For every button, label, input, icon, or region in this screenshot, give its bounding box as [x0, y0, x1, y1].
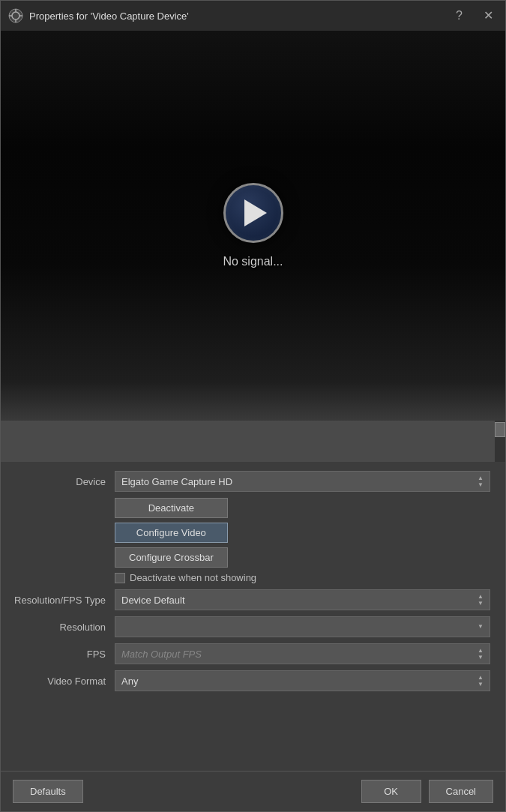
fps-select[interactable]: Match Output FPS ▲ ▼ — [115, 643, 490, 664]
resolution-fps-label: Resolution/FPS Type — [8, 595, 106, 606]
help-button[interactable]: ? — [451, 8, 467, 23]
play-button — [223, 183, 283, 243]
deactivate-when-area: Deactivate when not showing — [115, 572, 256, 583]
fps-label: FPS — [8, 649, 106, 660]
title-bar: Properties for 'Video Capture Device' ? … — [1, 1, 505, 31]
ok-button[interactable]: OK — [361, 780, 421, 803]
resolution-spinner: ▼ — [478, 624, 484, 630]
no-signal-text: No signal... — [223, 255, 283, 268]
resolution-fps-row: Resolution/FPS Type Device Default ▲ ▼ — [1, 589, 505, 610]
device-select-value: Elgato Game Capture HD — [121, 476, 232, 487]
resolution-fps-control: Device Default ▲ ▼ — [115, 589, 490, 610]
buttons-section: Deactivate Configure Video Configure Cro… — [1, 498, 505, 568]
play-icon — [244, 199, 267, 226]
bottom-right-buttons: OK Cancel — [361, 780, 493, 803]
defaults-button[interactable]: Defaults — [13, 780, 83, 803]
resolution-fps-value: Device Default — [121, 595, 185, 606]
resolution-label: Resolution — [8, 622, 106, 633]
window-title: Properties for 'Video Capture Device' — [29, 10, 189, 22]
deactivate-when-row: Deactivate when not showing — [1, 572, 505, 583]
settings-area: Device Elgato Game Capture HD ▲ ▼ Deacti… — [1, 462, 505, 771]
deactivate-button[interactable]: Deactivate — [115, 498, 228, 518]
video-format-control: Any ▲ ▼ — [115, 670, 490, 691]
scrollbar-track[interactable] — [495, 421, 505, 462]
video-format-spinner: ▲ ▼ — [478, 675, 484, 688]
device-label: Device — [8, 476, 106, 487]
app-icon — [8, 8, 23, 23]
buttons-col: Deactivate Configure Video Configure Cro… — [115, 498, 228, 568]
deactivate-when-label: Deactivate when not showing — [130, 572, 256, 583]
title-bar-left: Properties for 'Video Capture Device' — [8, 8, 189, 23]
fps-row: FPS Match Output FPS ▲ ▼ — [1, 643, 505, 664]
resolution-control: ▼ — [115, 616, 490, 637]
device-row: Device Elgato Game Capture HD ▲ ▼ — [1, 471, 505, 492]
resolution-fps-select[interactable]: Device Default ▲ ▼ — [115, 589, 490, 610]
deactivate-when-checkbox[interactable] — [115, 573, 125, 583]
fps-spinner: ▲ ▼ — [478, 648, 484, 661]
resolution-row: Resolution ▼ — [1, 616, 505, 637]
resolution-select[interactable]: ▼ — [115, 616, 490, 637]
configure-crossbar-button[interactable]: Configure Crossbar — [115, 547, 228, 568]
bottom-bar: Defaults OK Cancel — [1, 771, 505, 811]
device-select[interactable]: Elgato Game Capture HD ▲ ▼ — [115, 471, 490, 492]
main-window: Properties for 'Video Capture Device' ? … — [0, 0, 506, 812]
video-format-select[interactable]: Any ▲ ▼ — [115, 670, 490, 691]
cancel-button[interactable]: Cancel — [429, 780, 493, 803]
device-control: Elgato Game Capture HD ▲ ▼ — [115, 471, 490, 492]
resolution-fps-spinner: ▲ ▼ — [478, 594, 484, 607]
scrollbar-area — [1, 421, 505, 462]
close-button[interactable]: ✕ — [479, 8, 498, 23]
video-format-value: Any — [121, 676, 138, 687]
device-spinner: ▲ ▼ — [478, 475, 484, 488]
video-format-row: Video Format Any ▲ ▼ — [1, 670, 505, 691]
fps-placeholder: Match Output FPS — [121, 649, 202, 660]
scrollbar-thumb[interactable] — [495, 422, 505, 437]
fps-control: Match Output FPS ▲ ▼ — [115, 643, 490, 664]
title-bar-controls: ? ✕ — [451, 8, 498, 23]
video-format-label: Video Format — [8, 676, 106, 687]
video-preview: No signal... — [1, 31, 505, 421]
configure-video-button[interactable]: Configure Video — [115, 523, 228, 543]
